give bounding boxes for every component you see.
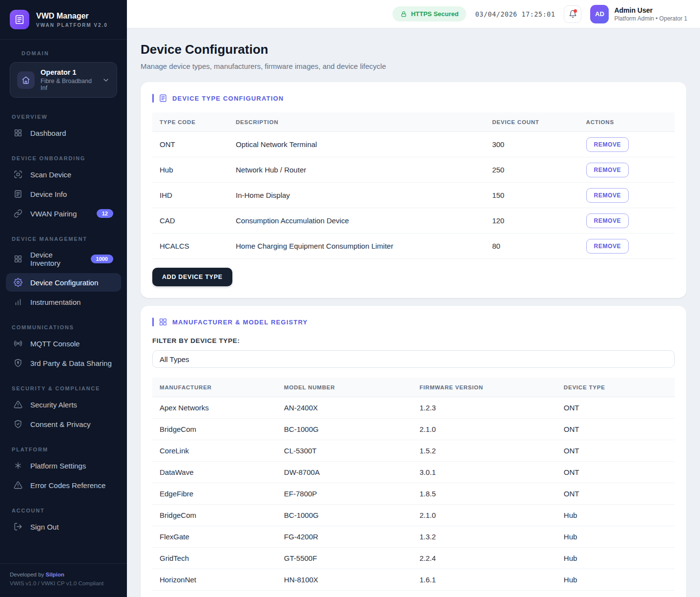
- table-row: EdgeFibre EF-7800P 1.8.5 ONT: [152, 483, 675, 505]
- page-title: Device Configuration: [141, 42, 686, 57]
- sidebar-item-label: Error Codes Reference: [30, 481, 105, 490]
- model-cell: CL-5300T: [284, 447, 420, 455]
- manufacturer-cell: HorizonNet: [160, 576, 284, 584]
- user-role: Platform Admin • Operator 1: [614, 15, 687, 22]
- description-cell: In-Home Display: [236, 191, 492, 199]
- manufacturer-cell: BridgeCom: [160, 511, 284, 519]
- model-cell: BC-1000G: [284, 425, 420, 433]
- domain-description: Fibre & Broadband Inf: [41, 78, 96, 91]
- chevron-down-icon: [102, 76, 110, 84]
- app-brand: VWD Manager VWAN PLATFORM V2.0: [0, 0, 127, 40]
- app-version: VWAN PLATFORM V2.0: [36, 22, 108, 28]
- broadcast-icon: [14, 339, 22, 348]
- device-type-cell: Hub: [564, 554, 667, 562]
- type-code-cell: HCALCS: [160, 242, 236, 250]
- table-row: CAD Consumption Accumulation Device 120 …: [152, 208, 675, 234]
- document-icon: [14, 190, 22, 198]
- remove-button[interactable]: REMOVE: [586, 137, 629, 152]
- sidebar-item-platform-settings[interactable]: Platform Settings: [6, 456, 121, 475]
- firmware-cell: 3.0.1: [419, 468, 563, 476]
- firmware-cell: 1.3.2: [419, 533, 563, 541]
- type-code-cell: Hub: [160, 166, 236, 174]
- grid-icon: [159, 318, 167, 326]
- manufacturer-cell: GridTech: [160, 554, 284, 562]
- table-row: CoreLink CL-5600E 1.9.0 Hub: [152, 591, 675, 597]
- notifications-button[interactable]: [564, 5, 581, 23]
- description-cell: Home Charging Equipment Consumption Limi…: [236, 242, 492, 250]
- manufacturer-cell: FlexGate: [160, 533, 284, 541]
- sidebar-item-3rd-party-data-sharing[interactable]: 3rd Party & Data Sharing: [6, 354, 121, 372]
- datetime-display: 03/04/2026 17:25:01: [475, 10, 555, 18]
- sidebar-item-label: Security Alerts: [30, 401, 77, 409]
- remove-button[interactable]: REMOVE: [586, 213, 629, 228]
- model-cell: GT-5500F: [284, 554, 420, 562]
- sidebar-item-sign-out[interactable]: Sign Out: [6, 517, 121, 536]
- sidebar-item-scan-device[interactable]: Scan Device: [6, 165, 121, 184]
- sidebar-item-mqtt-console[interactable]: MQTT Console: [6, 334, 121, 353]
- user-menu[interactable]: AD Admin User Platform Admin • Operator …: [590, 5, 687, 23]
- domain-selector[interactable]: Operator 1 Fibre & Broadband Inf: [10, 62, 117, 98]
- device-type-cell: Hub: [564, 511, 667, 519]
- sidebar-item-label: MQTT Console: [30, 340, 80, 348]
- table-row: CoreLink CL-5300T 1.5.2 ONT: [152, 440, 675, 462]
- https-secured-label: HTTPS Secured: [411, 10, 459, 18]
- section-title: DEVICE TYPE CONFIGURATION: [172, 95, 284, 102]
- firmware-cell: 1.8.5: [419, 490, 563, 498]
- section-label-device-onboarding: DEVICE ONBOARDING: [12, 155, 127, 161]
- device-count-cell: 80: [492, 242, 586, 250]
- grid-icon: [14, 255, 22, 263]
- firmware-cell: 2.2.4: [419, 554, 563, 562]
- table-row: DataWave DW-8700A 3.0.1 ONT: [152, 462, 675, 483]
- sidebar-item-label: VWAN Pairing: [30, 210, 77, 218]
- sidebar-item-label: Device Info: [30, 190, 67, 198]
- device-type-cell: ONT: [564, 425, 667, 433]
- remove-button[interactable]: REMOVE: [586, 239, 629, 254]
- sidebar-footer: Developed by Silpion VWIS v1.0 / VWKI CP…: [0, 563, 127, 597]
- sidebar-item-device-info[interactable]: Device Info: [6, 185, 121, 203]
- sidebar-item-label: Sign Out: [30, 523, 59, 531]
- firmware-cell: 2.1.0: [419, 511, 563, 519]
- gear-icon: [14, 278, 22, 287]
- sidebar-item-dashboard[interactable]: Dashboard: [6, 124, 121, 142]
- device-count-cell: 300: [492, 140, 586, 149]
- remove-button[interactable]: REMOVE: [586, 188, 629, 203]
- firmware-cell: 1.6.1: [419, 576, 563, 584]
- sidebar-item-vwan-pairing[interactable]: VWAN Pairing 12: [6, 204, 121, 223]
- silpion-link[interactable]: Silpion: [46, 572, 64, 577]
- inventory-count-badge: 1000: [91, 255, 113, 263]
- section-accent-bar: [152, 318, 154, 326]
- column-header: DESCRIPTION: [236, 119, 492, 125]
- table-row: ONT Optical Network Terminal 300 REMOVE: [152, 132, 675, 157]
- type-code-cell: ONT: [160, 140, 236, 149]
- model-cell: EF-7800P: [284, 490, 420, 498]
- type-code-cell: CAD: [160, 216, 236, 225]
- manufacturer-cell: CoreLink: [160, 447, 284, 455]
- device-type-configuration-card: DEVICE TYPE CONFIGURATION TYPE CODE DESC…: [141, 82, 686, 298]
- device-type-cell: Hub: [564, 576, 667, 584]
- column-header: DEVICE TYPE: [564, 384, 667, 390]
- sidebar-item-device-configuration[interactable]: Device Configuration: [6, 273, 121, 292]
- remove-button[interactable]: REMOVE: [586, 163, 629, 177]
- sidebar-item-label: Platform Settings: [30, 462, 86, 470]
- filter-by-device-type-label: FILTER BY DEVICE TYPE:: [152, 337, 675, 344]
- device-type-cell: Hub: [564, 533, 667, 541]
- description-cell: Network Hub / Router: [236, 166, 492, 174]
- sidebar-item-error-codes-reference[interactable]: Error Codes Reference: [6, 476, 121, 494]
- manufacturer-cell: BridgeCom: [160, 425, 284, 433]
- section-title: MANUFACTURER & MODEL REGISTRY: [172, 319, 308, 326]
- sidebar-item-security-alerts[interactable]: Security Alerts: [6, 395, 121, 414]
- device-count-cell: 150: [492, 191, 586, 199]
- firmware-cell: 2.1.0: [419, 425, 563, 433]
- sidebar-item-consent-privacy[interactable]: Consent & Privacy: [6, 415, 121, 433]
- sidebar-item-device-inventory[interactable]: Device Inventory 1000: [6, 246, 121, 272]
- column-header: TYPE CODE: [160, 119, 236, 125]
- sidebar-item-instrumentation[interactable]: Instrumentation: [6, 293, 121, 311]
- pairing-count-badge: 12: [97, 209, 113, 218]
- device-type-cell: ONT: [564, 404, 667, 412]
- device-type-filter-select[interactable]: All Types: [152, 350, 675, 368]
- model-cell: FG-4200R: [284, 533, 420, 541]
- table-row: BridgeCom BC-1000G 2.1.0 ONT: [152, 419, 675, 440]
- add-device-type-button[interactable]: ADD DEVICE TYPE: [152, 268, 232, 286]
- home-icon: [17, 71, 35, 89]
- manufacturer-cell: DataWave: [160, 468, 284, 476]
